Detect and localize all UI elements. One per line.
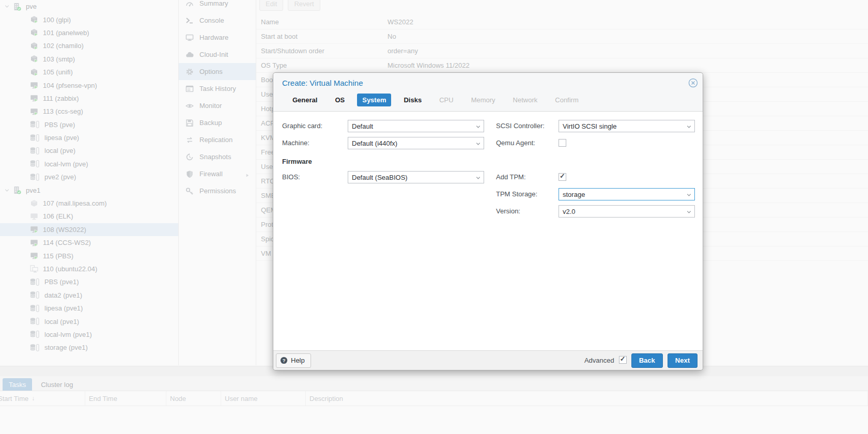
tab-cpu[interactable]: CPU <box>434 94 458 106</box>
dialog-body: Graphic card: Default Machine: Default (… <box>273 112 703 350</box>
dialog-footer: ? Help Advanced Back Next <box>273 350 703 370</box>
bios-value: Default (SeaBIOS) <box>352 174 408 181</box>
graphic-card-combo[interactable]: Default <box>348 120 484 132</box>
advanced-checkbox[interactable] <box>619 356 627 365</box>
chevron-down-icon[interactable] <box>686 209 692 216</box>
dialog-tabs: GeneralOSSystemDisksCPUMemoryNetworkConf… <box>287 94 584 106</box>
proxmox-app: pve100 (glpi)101 (panelweb)102 (chamilo)… <box>0 0 868 434</box>
scsi-controller-value: VirtIO SCSI single <box>563 122 617 130</box>
add-tpm-checkbox[interactable] <box>559 173 566 182</box>
scsi-controller-label: SCSI Controller: <box>496 120 545 132</box>
firmware-section-heading: Firmware <box>282 156 312 168</box>
tab-memory[interactable]: Memory <box>466 94 501 106</box>
tab-disks[interactable]: Disks <box>398 94 427 106</box>
bios-combo[interactable]: Default (SeaBIOS) <box>348 171 484 183</box>
dialog-title: Create: Virtual Machine <box>282 79 363 87</box>
graphic-card-label: Graphic card: <box>282 120 322 132</box>
scsi-controller-combo[interactable]: VirtIO SCSI single <box>559 120 695 132</box>
machine-value: Default (i440fx) <box>352 140 397 147</box>
advanced-label: Advanced <box>584 357 614 364</box>
dialog-header: Create: Virtual Machine GeneralOSSystemD… <box>273 73 703 112</box>
create-vm-dialog: Create: Virtual Machine GeneralOSSystemD… <box>273 72 703 370</box>
help-button-label: Help <box>291 357 305 364</box>
tpm-storage-label: TPM Storage: <box>496 188 537 200</box>
version-combo[interactable]: v2.0 <box>559 205 695 218</box>
chevron-down-icon[interactable] <box>686 123 692 131</box>
tab-system[interactable]: System <box>357 94 391 106</box>
help-button[interactable]: ? Help <box>276 353 311 368</box>
chevron-down-icon[interactable] <box>475 141 481 148</box>
chevron-down-icon[interactable] <box>686 192 692 199</box>
next-button[interactable]: Next <box>668 353 698 368</box>
chevron-down-icon[interactable] <box>475 175 481 182</box>
chevron-down-icon[interactable] <box>475 123 481 131</box>
machine-combo[interactable]: Default (i440fx) <box>348 137 484 149</box>
qemu-agent-checkbox[interactable] <box>559 139 566 148</box>
bios-label: BIOS: <box>282 171 300 183</box>
version-label: Version: <box>496 205 520 218</box>
version-value: v2.0 <box>563 208 576 215</box>
question-icon: ? <box>280 357 288 364</box>
tab-general[interactable]: General <box>287 94 322 106</box>
svg-text:?: ? <box>283 358 286 363</box>
graphic-card-value: Default <box>352 122 373 130</box>
close-icon[interactable] <box>688 78 698 88</box>
qemu-agent-label: Qemu Agent: <box>496 137 535 149</box>
tab-os[interactable]: OS <box>330 94 350 106</box>
tab-network[interactable]: Network <box>508 94 543 106</box>
add-tpm-label: Add TPM: <box>496 171 526 183</box>
machine-label: Machine: <box>282 137 309 149</box>
tpm-storage-value: storage <box>563 191 585 198</box>
tpm-storage-combo[interactable]: storage <box>559 188 695 200</box>
back-button[interactable]: Back <box>631 353 663 368</box>
tab-confirm[interactable]: Confirm <box>550 94 584 106</box>
